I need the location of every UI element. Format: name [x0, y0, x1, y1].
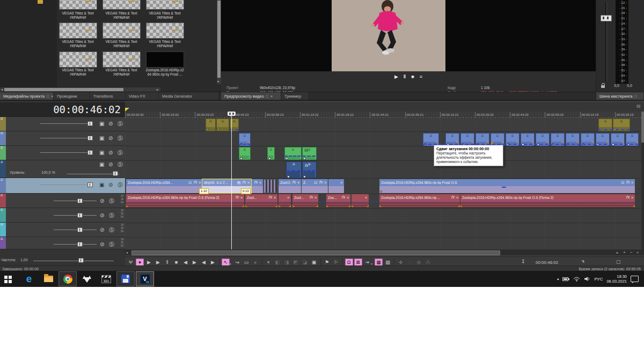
fx-icon[interactable]: fx — [626, 194, 630, 201]
menu-icon[interactable]: ≡ — [247, 179, 250, 186]
preview-stop-icon[interactable]: ■ — [411, 74, 414, 79]
fx-icon[interactable]: fx — [268, 194, 272, 201]
timeline-hscrollbar[interactable]: ◂ ▸ + − ⌕ — [125, 250, 644, 255]
grid-icon[interactable]: ▤ — [237, 179, 241, 186]
audio-clip[interactable]: Zoot...fx≡ — [292, 194, 318, 208]
tab-transitions[interactable]: Transitions — [90, 92, 126, 100]
timeline-options-icon[interactable]: ▤ — [636, 104, 641, 108]
media-thumbnail[interactable] — [59, 23, 97, 39]
envelope-point[interactable] — [491, 142, 493, 144]
speaker-icon[interactable] — [584, 276, 590, 282]
tab-video-preview[interactable]: Предпросмотр видео□× — [221, 92, 281, 100]
media-thumbnail[interactable] — [103, 51, 141, 68]
video-clip[interactable]: Zootopia.2016.HDRip.x264...⊡fx≡ — [126, 179, 202, 193]
scroll-left-icon[interactable]: ◂ — [126, 250, 128, 255]
media-thumbnail[interactable] — [103, 23, 141, 39]
notification-icon[interactable] — [631, 276, 639, 282]
fx-icon[interactable]: fx — [451, 194, 455, 201]
video-clip[interactable]: fx≡ — [252, 179, 263, 193]
media-thumbnail[interactable] — [146, 0, 184, 10]
marker-bar[interactable] — [125, 102, 644, 112]
clock[interactable]: 18:30 06.03.2021 — [606, 274, 627, 284]
video-clip[interactable]: ≡ — [328, 179, 344, 193]
menu-icon[interactable]: ≡ — [259, 179, 261, 186]
generated-event-clip[interactable]: ▤≡ — [302, 147, 317, 160]
pan-icon[interactable]: ⊡ — [287, 179, 290, 186]
taskbar-floppy-icon[interactable] — [116, 271, 135, 286]
tab-video-fx[interactable]: Video FX — [126, 92, 159, 100]
fx-icon[interactable]: fx — [626, 179, 630, 186]
clip-menu-icon[interactable]: ≡ — [456, 194, 458, 201]
fx-icon[interactable]: fx — [309, 194, 313, 201]
clip-menu-icon[interactable]: ≡ — [314, 194, 317, 201]
video-clip[interactable]: Z.⊡fx≡ — [302, 179, 328, 193]
media-thumbnail[interactable] — [59, 51, 97, 68]
generated-event-clip[interactable]: ≡ — [239, 147, 251, 160]
taskbar-explorer-icon[interactable] — [39, 271, 57, 286]
clip-menu-icon[interactable]: ≡ — [365, 194, 367, 201]
audio-clip[interactable]: Zoo...fx≡ — [326, 194, 350, 208]
fx-icon[interactable]: fx — [254, 179, 258, 186]
fx-icon[interactable]: fx — [292, 179, 296, 186]
media-thumbnail[interactable] — [59, 0, 97, 10]
scroll-right-icon[interactable]: ▸ — [617, 250, 618, 255]
taskbar-start-icon[interactable] — [1, 271, 19, 286]
wifi-icon[interactable] — [573, 276, 580, 282]
audio-clip[interactable]: Zootopia.2016.HDRip.x264.960x.rip by Fro… — [126, 194, 244, 208]
video-clip[interactable]: Zootopia.2016.HDRip.x264.960x.rip by Fro… — [379, 179, 635, 193]
title-event-clip[interactable]: ≡ — [216, 119, 229, 131]
float-icon[interactable]: □ — [47, 94, 49, 98]
taskbar-chrome-icon[interactable] — [58, 271, 77, 286]
close-icon[interactable]: × — [51, 94, 53, 98]
loop-marker-icon[interactable] — [125, 108, 129, 112]
float-icon[interactable]: □ — [634, 94, 636, 98]
title-event-clip[interactable]: ≡ — [206, 119, 216, 131]
cursor-time-value[interactable]: 00:00:46:02 — [536, 260, 558, 265]
zoom-tool-icon[interactable]: ⌕ — [636, 250, 639, 255]
selection-frame-icon[interactable]: ▢ — [616, 259, 621, 264]
preview-play-icon[interactable]: ▶ — [394, 74, 398, 79]
tab-master-bus[interactable]: Шина мастеринга□ — [596, 92, 644, 100]
tray-expand-icon[interactable]: ▴ — [557, 277, 559, 281]
media-thumbnail[interactable] — [146, 51, 184, 68]
master-fader-handle[interactable] — [601, 15, 612, 21]
tab-project-media[interactable]: Медиафайлы проекта□× — [0, 92, 54, 100]
close-icon[interactable]: × — [270, 94, 273, 98]
battery-icon[interactable] — [562, 277, 569, 282]
menu-icon[interactable]: ≡ — [324, 179, 326, 186]
lock-icon[interactable] — [601, 85, 605, 88]
pan-icon[interactable]: ⊡ — [314, 179, 317, 186]
menu-icon[interactable]: ≡ — [199, 179, 201, 186]
fx-icon[interactable]: fx — [319, 179, 323, 186]
pan-icon[interactable]: ⊡ — [188, 179, 192, 186]
media-thumbnail-grid[interactable]: VEGAS Titles & TextУКРАИНИVEGAS Titles &… — [57, 0, 216, 84]
media-folder-tree[interactable] — [0, 0, 57, 87]
taskbar-mpc-icon[interactable]: 321 — [97, 271, 115, 286]
generated-event-clip[interactable]: ≡ — [267, 147, 275, 160]
taskbar-foobar-icon[interactable] — [78, 271, 96, 286]
tab-trimmer[interactable]: Триммер — [281, 92, 309, 100]
clip-menu-icon[interactable]: ≡ — [631, 194, 633, 201]
playhead-marker[interactable] — [228, 112, 236, 116]
clip-menu-icon[interactable]: ≡ — [287, 194, 289, 201]
audio-clip[interactable]: Zootopia.2016.HDRip.x264.960x.rip ...fx≡ — [379, 194, 460, 208]
timeline-vscrollbar[interactable] — [641, 112, 644, 250]
zoom-in-icon[interactable]: + — [623, 250, 626, 255]
float-icon[interactable]: □ — [266, 94, 268, 98]
fx-icon[interactable]: fx — [341, 194, 345, 201]
taskbar-vegas-icon[interactable]: V18 — [136, 271, 154, 286]
audio-clip[interactable]: ≡ — [279, 194, 291, 208]
scroll-right-icon[interactable]: ▸ — [157, 87, 158, 92]
clip-menu-icon[interactable]: ≡ — [240, 194, 243, 201]
audio-clip[interactable]: Zoot...fx≡ — [245, 194, 277, 208]
video-clip[interactable]: Zootopia....⊡fx≡ — [279, 179, 301, 193]
pan-icon[interactable]: ⊡ — [621, 179, 624, 186]
media-thumbnail[interactable] — [103, 0, 141, 10]
menu-icon[interactable]: ≡ — [340, 179, 342, 186]
preview-menu-icon[interactable]: ≡ — [420, 74, 422, 79]
fx-icon[interactable]: fx — [235, 194, 239, 201]
taskbar-edge-icon[interactable]: e — [20, 271, 38, 286]
preview-pause-icon[interactable]: ‖ — [404, 74, 406, 79]
zoom-out-icon[interactable]: − — [630, 250, 633, 255]
menu-icon[interactable]: ≡ — [631, 179, 633, 186]
